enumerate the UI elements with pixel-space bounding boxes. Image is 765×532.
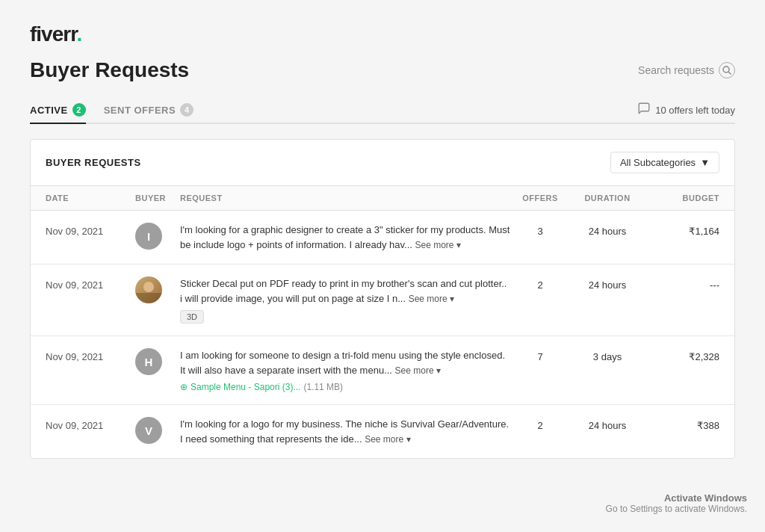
request-text: I'm looking for a logo for my business. … (180, 417, 510, 446)
col-duration: DURATION (570, 194, 645, 202)
duration-cell: 3 days (570, 348, 645, 362)
buyer-avatar: I (135, 223, 162, 250)
card-title: BUYER REQUESTS (46, 157, 141, 168)
buyer-cell: I (135, 223, 180, 250)
offers-cell: 2 (510, 417, 570, 431)
offers-cell: 3 (510, 223, 570, 237)
svg-line-1 (728, 72, 731, 74)
col-buyer: BUYER (135, 194, 180, 202)
tab-sent-offers-label: SENT OFFERS (104, 105, 176, 116)
table-row: Nov 09, 2021 Sticker Decal put on PDF re… (31, 265, 734, 336)
table-body: Nov 09, 2021 I I'm looking for a graphic… (31, 211, 734, 458)
subcategory-dropdown[interactable]: All Subcategories ▼ (610, 152, 719, 173)
date-cell: Nov 09, 2021 (46, 223, 135, 237)
see-more-link[interactable]: See more ▾ (395, 365, 441, 376)
page-header: Buyer Requests Search requests (30, 58, 735, 82)
attachment-icon: ⊕ (180, 382, 188, 392)
table-row: Nov 09, 2021 V I'm looking for a logo fo… (31, 405, 734, 458)
activate-windows-subtitle: Go to Settings to activate Windows. (606, 504, 747, 514)
request-text: I am looking for someone to design a tri… (180, 348, 510, 377)
request-text: I'm looking for a graphic designer to cr… (180, 223, 510, 252)
offers-left-text: 10 offers left today (655, 105, 735, 116)
request-cell: I'm looking for a logo for my business. … (180, 417, 510, 446)
duration-cell: 24 hours (570, 276, 645, 291)
logo-dot: . (77, 22, 82, 46)
col-budget: BUDGET (645, 194, 719, 202)
attachment-size: (1.11 MB) (303, 382, 343, 392)
col-request: REQUEST (180, 194, 510, 202)
main-card: BUYER REQUESTS All Subcategories ▼ DATE … (30, 139, 735, 459)
offers-left: 10 offers left today (637, 102, 735, 118)
request-cell: Sticker Decal put on PDF ready to print … (180, 276, 510, 324)
date-cell: Nov 09, 2021 (46, 417, 135, 431)
buyer-cell: V (135, 417, 180, 444)
offers-icon (637, 102, 651, 118)
page-title: Buyer Requests (30, 58, 189, 82)
tabs-left: ACTIVE 2 SENT OFFERS 4 (30, 97, 211, 123)
activate-windows-overlay: Activate Windows Go to Settings to activ… (606, 492, 747, 514)
tab-active[interactable]: ACTIVE 2 (30, 97, 86, 124)
budget-cell: ₹388 (645, 417, 719, 431)
buyer-cell (135, 276, 180, 303)
offers-cell: 7 (510, 348, 570, 362)
date-cell: Nov 09, 2021 (46, 276, 135, 291)
see-more-link[interactable]: See more ▾ (365, 434, 410, 445)
date-cell: Nov 09, 2021 (46, 348, 135, 362)
tabs-row: ACTIVE 2 SENT OFFERS 4 10 offers left to… (30, 97, 735, 124)
col-date: DATE (46, 194, 135, 202)
tab-sent-offers[interactable]: SENT OFFERS 4 (104, 97, 194, 124)
duration-cell: 24 hours (570, 223, 645, 237)
duration-cell: 24 hours (570, 417, 645, 431)
col-offers: OFFERS (510, 194, 570, 202)
buyer-avatar: H (135, 348, 162, 375)
budget-cell: ₹2,328 (645, 348, 719, 362)
see-more-link[interactable]: See more ▾ (409, 294, 454, 304)
tab-active-badge: 2 (72, 103, 86, 117)
chevron-down-icon: ▼ (700, 157, 710, 168)
tab-sent-offers-badge: 4 (180, 103, 193, 117)
budget-cell: ₹1,164 (645, 223, 719, 237)
tab-active-label: ACTIVE (30, 105, 68, 116)
attachment-name: Sample Menu - Sapori (3)... (191, 382, 300, 392)
search-label: Search requests (638, 64, 714, 76)
offers-cell: 2 (510, 276, 570, 291)
logo-text: fiverr (30, 22, 77, 46)
budget-cell: --- (645, 276, 719, 291)
search-icon[interactable] (719, 62, 735, 78)
see-more-link[interactable]: See more ▾ (415, 240, 460, 250)
table-header: DATE BUYER REQUEST OFFERS DURATION BUDGE… (31, 186, 734, 211)
fiverr-logo: fiverr. (30, 22, 735, 46)
request-cell: I am looking for someone to design a tri… (180, 348, 510, 392)
card-header: BUYER REQUESTS All Subcategories ▼ (31, 140, 734, 186)
table-row: Nov 09, 2021 I I'm looking for a graphic… (31, 211, 734, 265)
table-row: Nov 09, 2021 H I am looking for someone … (31, 336, 734, 405)
buyer-cell: H (135, 348, 180, 375)
buyer-avatar (135, 276, 162, 303)
tag: 3D (180, 310, 204, 324)
request-cell: I'm looking for a graphic designer to cr… (180, 223, 510, 252)
subcategory-label: All Subcategories (620, 157, 696, 168)
search-box[interactable]: Search requests (638, 62, 735, 78)
request-text: Sticker Decal put on PDF ready to print … (180, 276, 510, 306)
activate-windows-title: Activate Windows (606, 492, 747, 504)
attachment-link[interactable]: ⊕ Sample Menu - Sapori (3)... (1.11 MB) (180, 382, 510, 392)
buyer-avatar: V (135, 417, 162, 444)
